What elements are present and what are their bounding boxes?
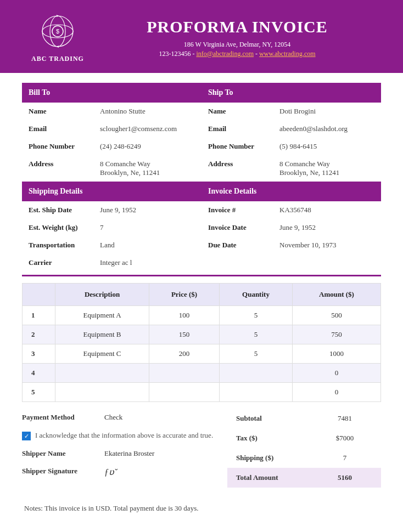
shipto-email-label: Email bbox=[208, 124, 279, 133]
shipper-name-label: Shipper Name bbox=[22, 449, 104, 458]
billto-email-value: sclougher1@comsenz.com bbox=[100, 124, 195, 133]
company-website-link[interactable]: www.abctrading.com bbox=[259, 50, 316, 58]
row-price bbox=[149, 364, 220, 383]
row-description bbox=[55, 383, 149, 402]
shipping-details-header: Shipping Details bbox=[22, 182, 201, 201]
subtotal-value: 7481 bbox=[317, 414, 372, 423]
company-email-link[interactable]: info@abctrading.com bbox=[196, 50, 254, 58]
shipto-address-label: Address bbox=[208, 160, 279, 177]
weight-label: Est. Weight (kg) bbox=[29, 223, 100, 232]
shipto-phone-label: Phone Number bbox=[208, 142, 279, 151]
shipto-address-value: 8 Comanche WayBrooklyn, Ne, 11241 bbox=[279, 160, 374, 177]
weight-value: 7 bbox=[100, 223, 195, 232]
total-value: 5160 bbox=[317, 473, 372, 482]
row-price: 200 bbox=[149, 344, 220, 364]
company-name: ABC TRADING bbox=[22, 55, 93, 63]
row-description: Equipment A bbox=[55, 306, 149, 325]
ship-to-column: NameDoti Brogini Emailabeeden0@slashdot.… bbox=[201, 103, 381, 182]
row-price: 150 bbox=[149, 325, 220, 344]
carrier-label: Carrier bbox=[29, 258, 100, 267]
company-phone: 123-123456 bbox=[159, 50, 191, 58]
invoice-details-column: Invoice #KA356748 Invoice DateJune 9, 19… bbox=[201, 201, 381, 271]
col-quantity: Quantity bbox=[219, 284, 292, 306]
row-amount: 500 bbox=[292, 306, 380, 325]
svg-text:$: $ bbox=[56, 28, 59, 35]
table-row: 1 Equipment A 100 5 500 bbox=[23, 306, 381, 325]
due-date-value: November 10, 1973 bbox=[279, 241, 374, 250]
company-contact: 123-123456 - info@abctrading.com - www.a… bbox=[93, 50, 381, 58]
table-row: 4 0 bbox=[23, 364, 381, 383]
row-index: 5 bbox=[23, 383, 55, 402]
invoice-details-header: Invoice Details bbox=[201, 182, 381, 201]
due-date-label: Due Date bbox=[208, 241, 279, 250]
shipping-value: 7 bbox=[317, 454, 372, 462]
company-address: 186 W Virginia Ave, Delmar, NY, 12054 bbox=[93, 41, 381, 49]
row-price bbox=[149, 383, 220, 402]
row-index: 2 bbox=[23, 325, 55, 344]
row-quantity: 5 bbox=[219, 325, 292, 344]
row-description: Equipment B bbox=[55, 325, 149, 344]
shipto-name-value: Doti Brogini bbox=[279, 107, 374, 116]
ship-to-header: Ship To bbox=[201, 83, 381, 103]
invoice-title: PROFORMA INVOICE bbox=[93, 18, 381, 36]
table-row: 3 Equipment C 200 5 1000 bbox=[23, 344, 381, 364]
table-row: 2 Equipment B 150 5 750 bbox=[23, 325, 381, 344]
col-amount: Amount ($) bbox=[292, 284, 380, 306]
billto-email-label: Email bbox=[29, 124, 100, 133]
header-text-block: PROFORMA INVOICE 186 W Virginia Ave, Del… bbox=[93, 18, 381, 58]
billto-address-value: 8 Comanche WayBrooklyn, Ne, 11241 bbox=[100, 160, 195, 177]
shipping-details-column: Est. Ship DateJune 9, 1952 Est. Weight (… bbox=[22, 201, 201, 271]
shipto-email-value: abeeden0@slashdot.org bbox=[279, 124, 374, 133]
shipping-label: Shipping ($) bbox=[236, 454, 317, 462]
row-index: 1 bbox=[23, 306, 55, 325]
row-amount: 0 bbox=[292, 383, 380, 402]
payment-method-label: Payment Method bbox=[22, 413, 104, 422]
carrier-value: Integer ac l bbox=[100, 258, 195, 267]
row-description: Equipment C bbox=[55, 344, 149, 364]
col-price: Price ($) bbox=[149, 284, 220, 306]
invoice-num-value: KA356748 bbox=[279, 206, 374, 214]
col-index bbox=[23, 284, 55, 306]
row-description bbox=[55, 364, 149, 383]
billto-phone-value: (24) 248-6249 bbox=[100, 142, 195, 151]
shipper-signature-label: Shipper Signature bbox=[22, 467, 104, 477]
shipper-signature-value: ƒʋ˘ bbox=[104, 467, 117, 477]
row-amount: 1000 bbox=[292, 344, 380, 364]
row-quantity: 5 bbox=[219, 344, 292, 364]
col-description: Description bbox=[55, 284, 149, 306]
total-label: Total Amount bbox=[236, 473, 317, 482]
invoice-num-label: Invoice # bbox=[208, 206, 279, 214]
company-logo-block: $ ABC TRADING bbox=[22, 12, 93, 63]
row-index: 4 bbox=[23, 364, 55, 383]
row-price: 100 bbox=[149, 306, 220, 325]
invoice-notes: Notes: This invoice is in USD. Total pay… bbox=[22, 504, 381, 513]
row-quantity: 5 bbox=[219, 306, 292, 325]
invoice-date-value: June 9, 1952 bbox=[279, 223, 374, 232]
globe-dollar-icon: $ bbox=[38, 12, 77, 50]
section-divider bbox=[22, 275, 381, 276]
shipto-name-label: Name bbox=[208, 107, 279, 116]
shipto-phone-value: (5) 984-6415 bbox=[279, 142, 374, 151]
row-amount: 0 bbox=[292, 364, 380, 383]
shipping-invoice-header: Shipping Details Invoice Details bbox=[22, 182, 381, 201]
billto-name-label: Name bbox=[29, 107, 100, 116]
line-items-table: Description Price ($) Quantity Amount ($… bbox=[22, 283, 381, 402]
row-quantity bbox=[219, 383, 292, 402]
acknowledge-text: I acknowledge that the information above… bbox=[35, 431, 213, 440]
payment-signature-block: Payment MethodCheck ✓ I acknowledge that… bbox=[22, 409, 227, 488]
invoice-date-label: Invoice Date bbox=[208, 223, 279, 232]
tax-label: Tax ($) bbox=[236, 434, 317, 443]
row-index: 3 bbox=[23, 344, 55, 364]
billto-name-value: Antonino Stutte bbox=[100, 107, 195, 116]
transport-label: Transportation bbox=[29, 241, 100, 250]
billto-phone-label: Phone Number bbox=[29, 142, 100, 151]
bill-to-column: NameAntonino Stutte Emailsclougher1@coms… bbox=[22, 103, 201, 182]
acknowledge-checkbox[interactable]: ✓ bbox=[22, 432, 31, 440]
totals-block: Subtotal7481 Tax ($)$7000 Shipping ($)7 … bbox=[227, 409, 381, 488]
row-amount: 750 bbox=[292, 325, 380, 344]
shipper-name-value: Ekaterina Broster bbox=[104, 449, 154, 458]
bill-to-header: Bill To bbox=[22, 83, 201, 103]
ship-date-label: Est. Ship Date bbox=[29, 206, 100, 214]
subtotal-label: Subtotal bbox=[236, 414, 317, 423]
transport-value: Land bbox=[100, 241, 195, 250]
